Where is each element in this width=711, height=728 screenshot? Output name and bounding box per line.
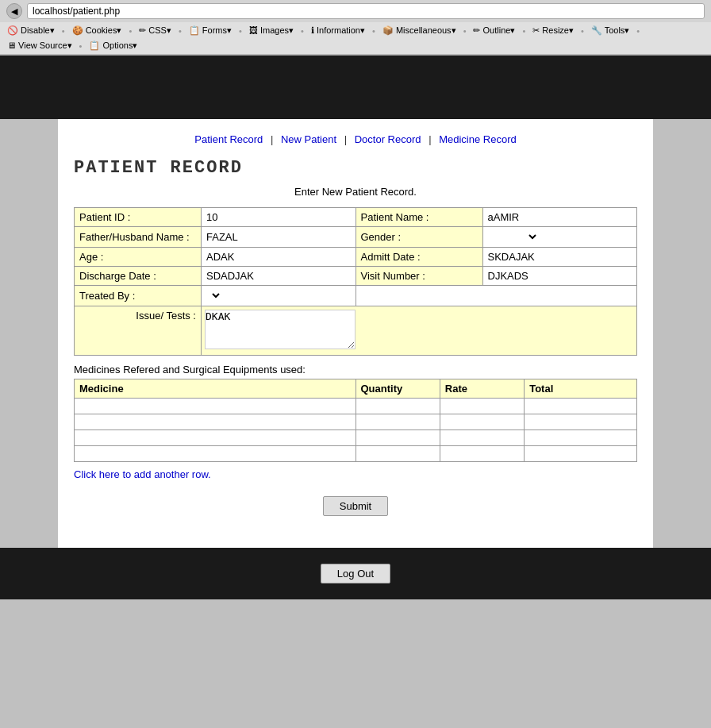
total-input[interactable] (528, 448, 633, 460)
footer-banner: Log Out (0, 548, 711, 599)
toolbar-outline[interactable]: ✏ Outline▾ (471, 25, 517, 37)
rate-input[interactable] (444, 416, 521, 428)
page-title: PATIENT RECORD (74, 158, 637, 178)
age-input[interactable] (206, 251, 351, 263)
patient-name-input[interactable] (488, 211, 632, 223)
quantity-input[interactable] (359, 432, 436, 444)
nav-new-patient[interactable]: New Patient (281, 133, 336, 145)
patient-name-label: Patient Name : (356, 208, 482, 227)
treated-by-select[interactable] (206, 289, 222, 302)
treated-by-label: Treated By : (75, 286, 202, 306)
age-cell (202, 248, 356, 267)
patient-form-table: Patient ID : Patient Name : Father/Husba… (74, 207, 637, 356)
patient-id-input[interactable] (206, 211, 351, 223)
table-row (75, 430, 637, 446)
submit-area: Submit (74, 496, 637, 516)
rate-input[interactable] (444, 448, 521, 460)
gender-cell: Male Female (482, 227, 637, 248)
issue-tests-input[interactable]: DKAK (205, 310, 356, 349)
total-col-header: Total (525, 379, 637, 399)
toolbar-information[interactable]: ℹ Information▾ (309, 25, 367, 37)
add-row-link: Click here to add another row. (74, 468, 637, 480)
medicine-input[interactable] (78, 432, 352, 444)
quantity-input[interactable] (359, 400, 436, 412)
medicine-input[interactable] (78, 400, 352, 412)
medicines-table: Medicine Quantity Rate Total (74, 379, 637, 462)
medicine-col-header: Medicine (75, 379, 356, 399)
visit-number-label: Visit Number : (356, 267, 482, 286)
discharge-date-input[interactable] (206, 270, 351, 282)
back-button[interactable]: ◀ (6, 3, 22, 19)
total-input[interactable] (528, 432, 633, 444)
toolbar-images[interactable]: 🖼 Images▾ (247, 25, 296, 37)
toolbar-viewsource[interactable]: 🖥 View Source▾ (5, 40, 75, 52)
age-label: Age : (75, 248, 202, 267)
rate-col-header: Rate (440, 379, 524, 399)
logout-button[interactable]: Log Out (321, 564, 390, 584)
admitt-date-input[interactable] (488, 251, 632, 263)
quantity-col-header: Quantity (356, 379, 440, 399)
gender-select[interactable]: Male Female (488, 230, 539, 244)
nav-medicine-record[interactable]: Medicine Record (439, 133, 517, 145)
add-row-anchor[interactable]: Click here to add another row. (74, 468, 211, 480)
total-input[interactable] (528, 400, 633, 412)
treated-by-cell (202, 286, 356, 306)
navigation: Patient Record | New Patient | Doctor Re… (74, 127, 637, 152)
patient-id-label: Patient ID : (75, 208, 202, 227)
submit-button[interactable]: Submit (323, 496, 388, 516)
toolbar-disable[interactable]: 🚫 Disable▾ (5, 25, 57, 37)
medicine-input[interactable] (78, 448, 352, 460)
header-banner (0, 56, 711, 119)
table-row (75, 446, 637, 462)
nav-doctor-record[interactable]: Doctor Record (355, 133, 421, 145)
table-row (75, 399, 637, 414)
father-input[interactable] (206, 231, 351, 243)
rate-input[interactable] (444, 400, 521, 412)
treated-by-extra (356, 286, 637, 306)
father-cell (202, 227, 356, 248)
total-input[interactable] (528, 416, 633, 428)
toolbar-resize[interactable]: ✂ Resize▾ (530, 25, 576, 37)
discharge-date-label: Discharge Date : (75, 267, 202, 286)
toolbar-tools[interactable]: 🔧 Tools▾ (589, 25, 632, 37)
address-bar[interactable] (27, 3, 705, 19)
medicine-input[interactable] (78, 416, 352, 428)
issue-tests-label: Issue/ Tests : (75, 306, 202, 356)
toolbar-forms[interactable]: 📋 Forms▾ (186, 25, 234, 37)
discharge-date-cell (202, 267, 356, 286)
medicines-heading: Medicines Refered and Surgical Equipment… (74, 364, 637, 376)
toolbar-cookies[interactable]: 🍪 Cookies▾ (70, 25, 125, 37)
patient-name-cell (482, 208, 637, 227)
quantity-input[interactable] (359, 416, 436, 428)
quantity-input[interactable] (359, 448, 436, 460)
patient-id-cell (202, 208, 356, 227)
toolbar-misc[interactable]: 📦 Miscellaneous▾ (380, 25, 459, 37)
rate-input[interactable] (444, 432, 521, 444)
table-row (75, 414, 637, 430)
toolbar-options[interactable]: 📋 Options▾ (86, 40, 140, 52)
visit-number-cell (482, 267, 637, 286)
toolbar-css[interactable]: ✏ CSS▾ (136, 25, 174, 37)
admitt-date-label: Admitt Date : (356, 248, 482, 267)
gender-label: Gender : (356, 227, 482, 248)
father-label: Father/Husband Name : (75, 227, 202, 248)
nav-patient-record[interactable]: Patient Record (194, 133, 263, 145)
admitt-date-cell (482, 248, 637, 267)
page-subtitle: Enter New Patient Record. (74, 186, 637, 198)
visit-number-input[interactable] (488, 270, 632, 282)
